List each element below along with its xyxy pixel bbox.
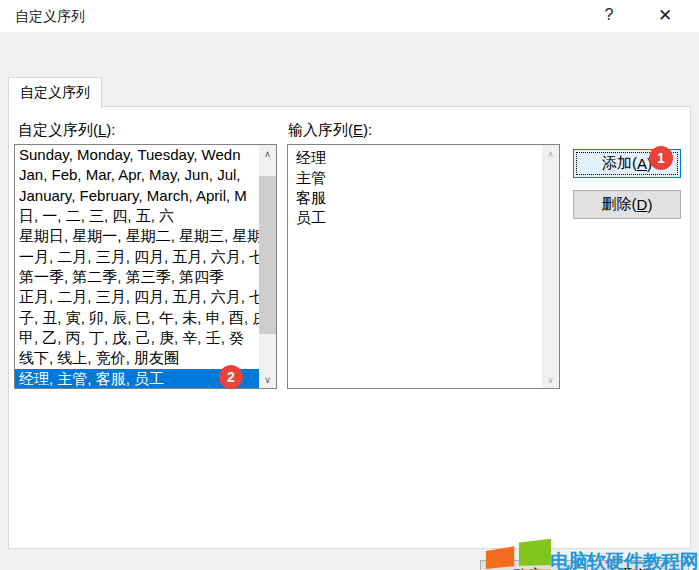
- list-item[interactable]: Sunday, Monday, Tuesday, Wedn: [15, 145, 259, 165]
- listbox-scrollbar[interactable]: ∧ ∨: [259, 145, 276, 388]
- input-series-label: 输入序列(E):: [288, 121, 372, 140]
- list-item[interactable]: 线下, 线上, 竞价, 朋友圈: [15, 348, 259, 368]
- delete-button-suffix: ): [647, 196, 652, 213]
- input-series-label-text: 输入序列(: [288, 121, 353, 138]
- list-item[interactable]: Jan, Feb, Mar, Apr, May, Jun, Jul,: [15, 165, 259, 185]
- delete-button-accel: D: [637, 196, 648, 213]
- custom-lists-dialog: 自定义序列 ? ✕ 自定义序列 自定义序列(L): 输入序列(E): Sunda…: [0, 0, 699, 570]
- list-item[interactable]: January, February, March, April, M: [15, 186, 259, 206]
- custom-lists-rows: Sunday, Monday, Tuesday, Wedn Jan, Feb, …: [15, 145, 259, 388]
- list-item[interactable]: 星期日, 星期一, 星期二, 星期三, 星期: [15, 226, 259, 246]
- help-icon[interactable]: ?: [594, 2, 624, 28]
- list-item[interactable]: 第一季, 第二季, 第三季, 第四季: [15, 267, 259, 287]
- scroll-up-icon[interactable]: ∧: [259, 145, 276, 162]
- list-item[interactable]: 日, 一, 二, 三, 四, 五, 六: [15, 206, 259, 226]
- list-item[interactable]: 子, 丑, 寅, 卯, 辰, 巳, 午, 未, 申, 酉, 戌: [15, 308, 259, 328]
- dialog-titlebar: 自定义序列 ? ✕: [0, 0, 699, 32]
- list-item[interactable]: 一月, 二月, 三月, 四月, 五月, 六月, 七: [15, 247, 259, 267]
- list-item[interactable]: 甲, 乙, 丙, 丁, 戊, 己, 庚, 辛, 壬, 癸: [15, 328, 259, 348]
- step-badge-1: 1: [649, 146, 673, 170]
- close-icon[interactable]: ✕: [650, 2, 680, 28]
- ok-button[interactable]: 确定: [480, 560, 577, 570]
- custom-lists-label: 自定义序列(L):: [18, 121, 116, 140]
- dialog-body: 自定义序列 自定义序列(L): 输入序列(E): Sunday, Monday,…: [0, 32, 699, 570]
- custom-lists-label-suffix: ):: [106, 121, 115, 138]
- step-badge-2: 2: [219, 365, 243, 389]
- input-series-scrollbar[interactable]: ∧ ∨: [542, 145, 559, 388]
- dialog-title: 自定义序列: [15, 8, 85, 26]
- add-button-accel: A: [637, 155, 647, 172]
- input-series-label-suffix: ):: [363, 121, 372, 138]
- input-series-textarea[interactable]: 经理 主管 客服 员工: [288, 145, 545, 387]
- scroll-down-icon[interactable]: ∨: [259, 371, 276, 388]
- tab-custom-lists[interactable]: 自定义序列: [8, 77, 102, 108]
- add-button-text: 添加(: [602, 154, 637, 173]
- cancel-button[interactable]: 取消: [587, 560, 689, 570]
- custom-lists-listbox: Sunday, Monday, Tuesday, Wedn Jan, Feb, …: [14, 144, 277, 389]
- scroll-down-icon[interactable]: ∨: [542, 371, 559, 388]
- delete-button-text: 删除(: [602, 195, 637, 214]
- list-item[interactable]: 正月, 二月, 三月, 四月, 五月, 六月, 七: [15, 287, 259, 307]
- scroll-up-icon[interactable]: ∧: [542, 145, 559, 162]
- custom-lists-label-text: 自定义序列(: [18, 121, 98, 138]
- input-series-box: 经理 主管 客服 员工 ∧ ∨: [287, 144, 560, 389]
- input-series-label-accel: E: [353, 121, 363, 138]
- scrollbar-thumb[interactable]: [259, 176, 276, 334]
- delete-button[interactable]: 删除(D): [573, 190, 681, 219]
